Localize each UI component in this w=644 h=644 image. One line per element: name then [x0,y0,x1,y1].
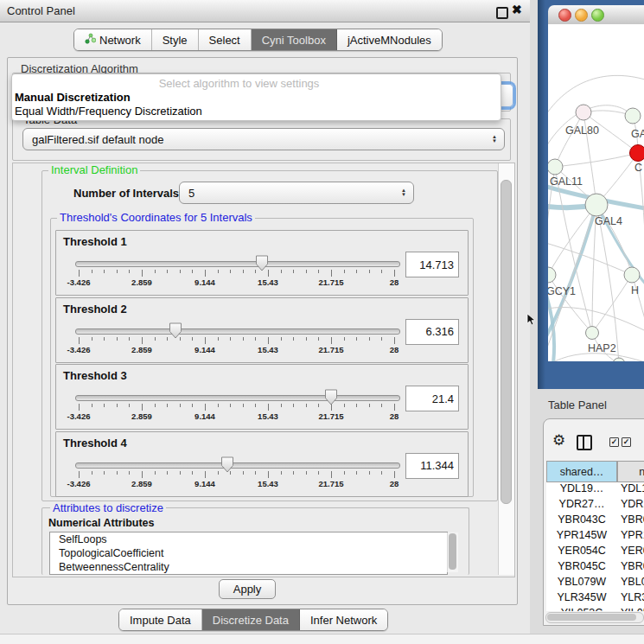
slider-tick [92,471,92,475]
slider-tick-label: 9.144 [194,479,215,488]
table-hscrollbar-thumb[interactable] [547,614,636,621]
table-row[interactable]: YDR27…YDR27 [546,498,644,513]
minimize-traffic-light-icon[interactable] [575,9,588,22]
combo-stepper-icon: ▲▼ [401,188,406,197]
slider-tick-label: 15.43 [258,411,278,421]
checkbox-select-none-icon[interactable]: ✓ [622,437,631,447]
close-panel-icon[interactable]: ✖ [512,3,522,16]
attributes-scrollbar-thumb[interactable] [449,533,456,570]
table-row[interactable]: YBR043CYBR043C [546,513,644,529]
close-traffic-light-icon[interactable] [558,9,571,22]
table-row[interactable]: YER054CYER054C [546,545,644,560]
slider-tick [142,337,143,344]
tab-infer-network[interactable]: Infer Network [300,609,387,630]
network-node[interactable] [624,267,640,283]
split-view-icon[interactable] [577,435,592,450]
slider-tick [79,471,80,478]
network-edge[interactable] [548,354,644,361]
network-node[interactable] [548,267,556,283]
attribute-list-item[interactable]: BetweennessCentrality [50,560,447,574]
tab-label: Impute Data [130,614,191,627]
network-edge[interactable] [555,112,583,167]
threshold-slider-thumb[interactable] [169,322,182,339]
threshold-slider-track[interactable] [75,395,400,401]
network-edge[interactable] [555,153,638,167]
network-edge[interactable] [548,205,596,275]
threshold-value-input[interactable] [405,453,459,479]
dropdown-option-manual[interactable]: Manual Discretization [15,91,131,104]
algorithm-dropdown-popup: Select algorithm to view settings Manual… [11,73,501,121]
threshold-value-input[interactable] [405,319,459,345]
numerical-attributes-list[interactable]: SelfLoopsTopologicalCoefficientBetweenne… [49,532,448,575]
slider-tick [192,471,193,475]
threshold-value-input[interactable] [405,386,459,411]
threshold-slider-thumb[interactable] [324,389,338,405]
network-node[interactable] [625,108,641,124]
zoom-traffic-light-icon[interactable] [591,9,604,22]
table-row[interactable]: YBR045CYBR045C [546,560,644,576]
slider-tick [79,337,80,344]
threshold-slider-thumb[interactable] [255,255,269,271]
slider-tick-label: -3.426 [67,479,91,488]
tab-style[interactable]: Style [152,29,199,50]
dropdown-option-equal-width[interactable]: Equal Width/Frequency Discretization [15,105,202,118]
slider-tick [344,270,345,273]
column-header-shared-name[interactable]: shared… [546,461,617,482]
threshold-slider-thumb[interactable] [220,456,234,473]
threshold-value-input[interactable] [405,252,459,277]
cell-name: YBR043C [621,513,644,526]
checkbox-select-all-icon[interactable]: ✓ [609,437,619,447]
threshold-slider-track[interactable] [75,328,400,335]
tab-jactivemnodules[interactable]: jActiveMNodules [337,29,442,50]
slider-tick [243,270,244,273]
network-view-window[interactable]: GAL80GACGAL11GAL4GCY1HHAP2 [538,0,644,389]
slider-tick [129,337,130,341]
table-row[interactable]: YDL19…YDL19 [546,482,644,498]
column-header-name[interactable]: name [617,461,644,482]
slider-tick [155,270,156,273]
threshold-slider-track[interactable] [75,261,400,267]
tab-select[interactable]: Select [199,29,252,50]
slider-tick [218,270,219,273]
network-canvas[interactable]: GAL80GACGAL11GAL4GCY1HHAP2 [548,24,644,361]
slider-tick-label: 15.43 [258,277,278,287]
table-row[interactable]: YIL053CYIL05 [546,607,644,611]
slider-tick-label: 2.859 [131,345,152,354]
slider-tick [331,337,332,344]
slider-tick [104,404,105,407]
network-node[interactable] [613,358,625,361]
attribute-list-item[interactable]: TopologicalCoefficient [50,546,447,560]
network-edge[interactable] [632,275,644,328]
network-node[interactable] [585,194,608,216]
slider-tick [293,404,294,407]
number-of-intervals-combobox[interactable]: 5 ▲▼ [179,182,414,204]
table-row[interactable]: YPR145WYPR145W [546,529,644,545]
gear-icon[interactable]: ⚙ [552,433,565,448]
network-tab-icon [85,33,96,47]
network-node[interactable] [586,327,599,340]
network-node[interactable] [630,145,644,162]
table-data-combobox[interactable]: galFiltered.sif default node ▲▼ [22,128,505,150]
tab-network[interactable]: Network [74,29,152,50]
float-panel-icon[interactable] [496,7,508,19]
main-scrollbar-thumb[interactable] [501,180,512,504]
cell-shared-name: YIL053C [546,607,617,611]
threshold-slider-track[interactable] [75,462,400,469]
network-edge[interactable] [592,275,632,333]
attribute-list-item[interactable]: SelfLoops [50,532,447,546]
apply-button[interactable]: Apply [219,579,276,599]
table-row[interactable]: YBL079WYBL079W [546,576,644,591]
table-row[interactable]: YLR345WYLR345W [546,591,644,607]
network-window-titlebar[interactable] [548,5,644,25]
network-node[interactable] [548,159,563,175]
cell-name: YBL079W [621,576,644,588]
cell-shared-name: YBR045C [546,560,617,572]
cell-name: YBR045C [621,560,644,572]
slider-tick [356,337,357,341]
network-node[interactable] [576,105,591,120]
tab-impute-data[interactable]: Impute Data [119,609,202,630]
slider-tick [192,270,193,273]
slider-tick-label: 21.715 [318,345,343,354]
tab-cyni-toolbox[interactable]: Cyni Toolbox [252,29,337,50]
tab-discretize-data[interactable]: Discretize Data [202,609,300,630]
